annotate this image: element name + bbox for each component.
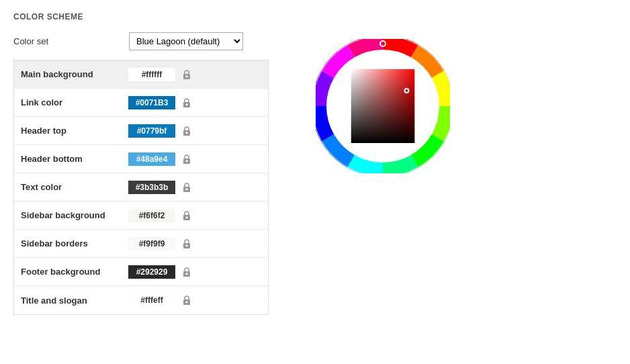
lock-icon-sidebar-borders[interactable]: [182, 238, 191, 249]
svg-rect-7: [186, 160, 188, 162]
color-rows-table: Main background#ffffff Link color#0071B3…: [13, 60, 269, 315]
color-row-label-sidebar-background: Sidebar background: [21, 210, 128, 220]
swatch-wrap-main-background: #ffffff: [128, 68, 261, 81]
svg-rect-17: [186, 302, 188, 304]
picker-dot-square: [404, 88, 410, 93]
color-wheel[interactable]: [316, 39, 450, 173]
color-swatch-sidebar-borders[interactable]: #f9f9f9: [128, 237, 175, 251]
svg-rect-21: [351, 69, 415, 143]
color-row-label-header-bottom: Header bottom: [21, 154, 128, 164]
lock-icon-link-color[interactable]: [182, 97, 191, 108]
color-row-label-link-color: Link color: [21, 97, 128, 107]
svg-rect-11: [186, 216, 188, 218]
lock-icon-header-bottom[interactable]: [182, 154, 191, 165]
svg-rect-3: [186, 103, 188, 105]
swatch-wrap-header-top: #0779bf: [128, 124, 261, 138]
color-row-title-and-slogan: Title and slogan#fffeff: [14, 286, 268, 314]
color-scheme-panel: COLOR SCHEME Color set Blue Lagoon (defa…: [0, 0, 630, 327]
color-set-select[interactable]: Blue Lagoon (default)DefaultCustom: [129, 32, 243, 50]
lock-icon-main-background[interactable]: [182, 69, 191, 80]
color-swatch-footer-background[interactable]: #292929: [128, 265, 175, 279]
content-area: Color set Blue Lagoon (default)DefaultCu…: [13, 32, 617, 315]
color-row-label-sidebar-borders: Sidebar borders: [21, 238, 128, 248]
color-row-header-top: Header top#0779bf: [14, 117, 268, 145]
swatch-wrap-sidebar-borders: #f9f9f9: [128, 237, 261, 251]
svg-rect-5: [186, 132, 188, 134]
color-set-label: Color set: [13, 36, 121, 46]
right-panel: [296, 32, 470, 173]
color-row-label-footer-background: Footer background: [21, 267, 128, 277]
svg-rect-13: [186, 244, 188, 246]
lock-icon-title-and-slogan[interactable]: [182, 295, 191, 306]
color-swatch-title-and-slogan[interactable]: #fffeff: [128, 293, 175, 307]
color-swatch-link-color[interactable]: #0071B3: [128, 96, 175, 109]
color-swatch-header-bottom[interactable]: #48a9e4: [128, 152, 175, 166]
color-gradient-square[interactable]: [351, 69, 415, 143]
swatch-wrap-header-bottom: #48a9e4: [128, 152, 261, 166]
color-row-text-color: Text color#3b3b3b: [14, 173, 268, 201]
color-row-label-title-and-slogan: Title and slogan: [21, 295, 128, 306]
color-row-sidebar-borders: Sidebar borders#f9f9f9: [14, 230, 268, 258]
swatch-wrap-sidebar-background: #f6f6f2: [128, 209, 261, 222]
swatch-wrap-footer-background: #292929: [128, 265, 261, 279]
section-title: COLOR SCHEME: [13, 12, 617, 21]
color-set-row: Color set Blue Lagoon (default)DefaultCu…: [13, 32, 269, 50]
color-row-label-header-top: Header top: [21, 126, 128, 136]
lock-icon-header-top[interactable]: [182, 126, 191, 136]
swatch-wrap-title-and-slogan: #fffeff: [128, 293, 261, 307]
left-panel: Color set Blue Lagoon (default)DefaultCu…: [13, 32, 269, 315]
color-swatch-header-top[interactable]: #0779bf: [128, 124, 175, 138]
color-row-footer-background: Footer background#292929: [14, 258, 268, 286]
color-row-label-text-color: Text color: [21, 182, 128, 192]
svg-rect-1: [186, 75, 188, 77]
color-row-main-background: Main background#ffffff: [14, 60, 268, 89]
swatch-wrap-text-color: #3b3b3b: [128, 181, 261, 194]
color-row-link-color: Link color#0071B3: [14, 89, 268, 117]
lock-icon-footer-background[interactable]: [182, 267, 191, 277]
color-swatch-sidebar-background[interactable]: #f6f6f2: [128, 209, 175, 222]
svg-rect-15: [186, 273, 188, 275]
lock-icon-text-color[interactable]: [182, 182, 191, 193]
picker-dot-wheel: [379, 40, 386, 47]
color-swatch-text-color[interactable]: #3b3b3b: [128, 181, 175, 194]
color-swatch-main-background[interactable]: #ffffff: [128, 68, 175, 81]
color-row-header-bottom: Header bottom#48a9e4: [14, 145, 268, 173]
svg-rect-9: [186, 188, 188, 190]
color-row-label-main-background: Main background: [21, 69, 128, 79]
swatch-wrap-link-color: #0071B3: [128, 96, 261, 109]
color-row-sidebar-background: Sidebar background#f6f6f2: [14, 201, 268, 230]
lock-icon-sidebar-background[interactable]: [182, 210, 191, 221]
